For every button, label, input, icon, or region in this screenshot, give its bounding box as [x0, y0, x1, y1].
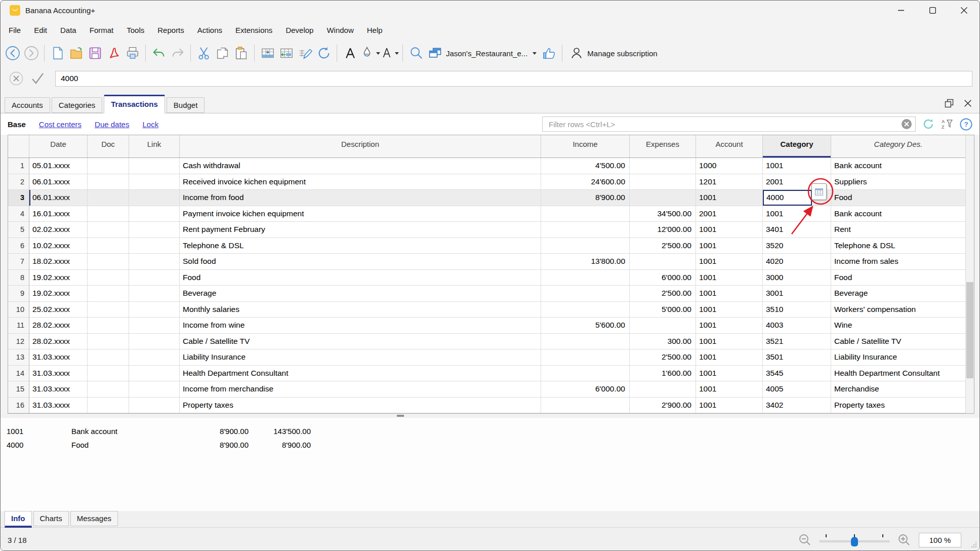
redo-icon[interactable]: [168, 43, 187, 64]
menu-item-tools[interactable]: Tools: [120, 26, 151, 34]
column-header-category[interactable]: Category: [763, 135, 831, 158]
document-switcher[interactable]: Jason's_Restaurant_e...: [425, 47, 540, 60]
table-row-12[interactable]: 1228.02.xxxxCable / Satellite TV300.0010…: [8, 334, 965, 350]
menu-item-format[interactable]: Format: [83, 26, 120, 34]
tab-transactions[interactable]: Transactions: [104, 95, 165, 113]
paste-icon[interactable]: [232, 43, 251, 64]
refresh-filter-icon[interactable]: [922, 118, 934, 130]
table-row-4[interactable]: 416.01.xxxxPayment invoice kichen equipm…: [8, 206, 965, 222]
search-icon[interactable]: [406, 43, 425, 64]
table-row-10[interactable]: 1025.02.xxxxMonthly salaries5'000.001001…: [8, 302, 965, 318]
table-row-1[interactable]: 105.01.xxxxCash withdrawal4'500.00100010…: [8, 158, 965, 174]
menu-item-develop[interactable]: Develop: [279, 26, 320, 34]
text-color-icon[interactable]: [380, 43, 399, 64]
column-header-date[interactable]: Date: [29, 135, 88, 158]
view-link-cost-centers[interactable]: Cost centers: [39, 120, 81, 129]
zoom-level[interactable]: 100 %: [919, 533, 961, 547]
filter-rows-input[interactable]: [548, 120, 901, 129]
bottom-tab-messages[interactable]: Messages: [70, 511, 118, 526]
menu-item-window[interactable]: Window: [320, 26, 360, 34]
manage-subscription-button[interactable]: Manage subscription: [566, 47, 661, 60]
bottom-tab-charts[interactable]: Charts: [33, 511, 69, 526]
menu-item-edit[interactable]: Edit: [27, 26, 54, 34]
document-name: Jason's_Restaurant_e...: [446, 49, 527, 58]
copy-icon[interactable]: [213, 43, 232, 64]
column-header-link[interactable]: Link: [129, 135, 180, 158]
menu-item-actions[interactable]: Actions: [191, 26, 229, 34]
sort-filter-icon[interactable]: AZ: [941, 118, 953, 130]
print-icon[interactable]: [123, 43, 142, 64]
bottom-tab-info[interactable]: Info: [5, 511, 32, 528]
table-row-13[interactable]: 1331.03.xxxxLiability Insurance2'500.001…: [8, 349, 965, 366]
menu-item-file[interactable]: File: [2, 26, 27, 34]
table-row-11[interactable]: 1128.02.xxxxIncome from wine5'600.001001…: [8, 318, 965, 334]
table-row-15[interactable]: 1531.03.xxxxIncome from merchandise6'000…: [8, 381, 965, 398]
column-header-doc[interactable]: Doc: [88, 135, 129, 158]
table-row-6[interactable]: 610.02.xxxxTelephone & DSL2'500.00100135…: [8, 238, 965, 254]
table-row-16[interactable]: 1631.03.xxxxProperty taxes2'900.00100134…: [8, 398, 965, 414]
menu-item-help[interactable]: Help: [360, 26, 389, 34]
close-button[interactable]: [948, 1, 979, 20]
zoom-in-icon[interactable]: [897, 533, 911, 546]
category-picker-button[interactable]: [811, 183, 827, 200]
column-header-account[interactable]: Account: [696, 135, 763, 158]
cut-icon[interactable]: [194, 43, 213, 64]
table-row-7[interactable]: 718.02.xxxxSold food13'800.0010014020Inc…: [8, 254, 965, 270]
tab-budget[interactable]: Budget: [167, 97, 205, 113]
menu-item-reports[interactable]: Reports: [151, 26, 191, 34]
column-header-description[interactable]: Description: [180, 135, 541, 158]
close-pane-icon[interactable]: [963, 99, 972, 108]
table-row-5[interactable]: 502.02.xxxxRent payment February12'000.0…: [8, 222, 965, 238]
view-link-due-dates[interactable]: Due dates: [95, 120, 129, 129]
save-icon[interactable]: [86, 43, 104, 64]
column-header-category_des[interactable]: Category Des.: [831, 135, 965, 158]
horizontal-scrollbar[interactable]: [1, 414, 979, 418]
edit-table-icon[interactable]: [296, 43, 314, 64]
accept-edit-icon[interactable]: [27, 69, 48, 88]
view-link-lock[interactable]: Lock: [142, 120, 158, 129]
edit-columns-icon[interactable]: [277, 43, 296, 64]
fill-color-icon[interactable]: [359, 43, 380, 64]
column-header-income[interactable]: Income: [541, 135, 630, 158]
minimize-button[interactable]: [885, 1, 917, 20]
menu-item-extensions[interactable]: Extensions: [229, 26, 279, 34]
forward-button[interactable]: [22, 43, 40, 64]
category-edit-input[interactable]: 4000: [763, 190, 812, 206]
clear-filter-icon[interactable]: [901, 119, 912, 130]
tab-categories[interactable]: Categories: [52, 97, 103, 113]
table-row-8[interactable]: 819.02.xxxxFood6'000.0010013000Food: [8, 270, 965, 286]
restore-pane-icon[interactable]: [944, 98, 954, 108]
document-switcher-caret[interactable]: [533, 52, 537, 55]
zoom-slider[interactable]: [820, 533, 889, 547]
vertical-scrollbar[interactable]: [965, 135, 974, 413]
zoom-out-icon[interactable]: [798, 533, 811, 546]
formula-input[interactable]: [55, 71, 972, 87]
table-row-9[interactable]: 919.02.xxxxBeverage2'500.0010013001Bever…: [8, 286, 965, 302]
horizontal-scrollbar-thumb[interactable]: [397, 415, 404, 417]
view-base[interactable]: Base: [8, 120, 26, 129]
new-document-icon[interactable]: [48, 43, 67, 64]
zoom-slider-handle[interactable]: [851, 537, 858, 546]
back-button[interactable]: [3, 43, 22, 64]
cancel-edit-icon[interactable]: [6, 69, 27, 88]
font-icon[interactable]: [341, 43, 359, 64]
menu-item-data[interactable]: Data: [54, 26, 83, 34]
open-file-icon[interactable]: [67, 43, 86, 64]
resize-grip[interactable]: [970, 541, 977, 548]
vertical-scrollbar-thumb[interactable]: [966, 282, 973, 378]
help-icon[interactable]: ?: [960, 118, 972, 131]
table-row-14[interactable]: 1431.03.xxxxHealth Department Consultant…: [8, 366, 965, 382]
text-color-dropdown-caret[interactable]: [395, 52, 399, 55]
column-header-rownum[interactable]: [8, 135, 29, 158]
undo-icon[interactable]: [149, 43, 168, 64]
refresh-icon[interactable]: [314, 43, 333, 64]
maximize-button[interactable]: [917, 1, 948, 20]
tab-accounts[interactable]: Accounts: [5, 97, 50, 113]
insert-rows-icon[interactable]: [258, 43, 277, 64]
thumbs-up-icon[interactable]: [540, 43, 558, 64]
zoom-slider-tick: [882, 534, 883, 537]
export-pdf-icon[interactable]: [104, 43, 123, 64]
fill-color-dropdown-caret[interactable]: [376, 52, 380, 55]
filter-box: [542, 116, 916, 132]
column-header-expenses[interactable]: Expenses: [630, 135, 696, 158]
